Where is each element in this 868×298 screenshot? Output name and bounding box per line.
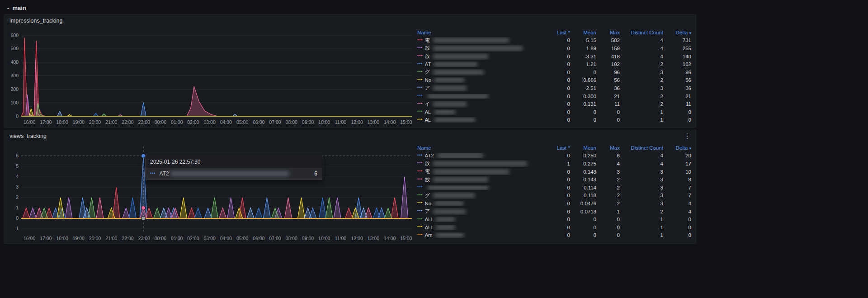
legend-value: 582 [596, 38, 620, 43]
redacted-text [437, 153, 483, 158]
series-name-text: イ [425, 101, 430, 108]
panel-title-views[interactable]: views_tracking [4, 130, 696, 142]
series-name-text: 電 [425, 37, 430, 44]
legend-series-name[interactable]: •••グ [417, 192, 546, 199]
legend-value: 0.114 [570, 185, 596, 190]
legend-column-header[interactable]: Max [596, 145, 620, 151]
x-tick-label: 21:00 [105, 236, 117, 241]
dashboard-row-main[interactable]: ⌄ main [6, 3, 26, 12]
legend-column-header[interactable]: Delta▾ [663, 30, 691, 35]
series-color-dots: ••• [417, 70, 423, 74]
y-tick-label: 1 [16, 205, 19, 210]
panel-menu-icon[interactable]: ⋮ [682, 132, 693, 140]
legend-column-header[interactable]: Delta▾ [663, 145, 691, 151]
legend-value: 418 [596, 54, 620, 59]
legend-value: 731 [663, 38, 691, 43]
legend-value: 0 [546, 101, 570, 107]
legend-series-name[interactable]: •••ALI [417, 217, 546, 222]
x-tick-label: 18:00 [56, 236, 68, 241]
series-color-dots: ••• [417, 193, 423, 197]
redacted-text [433, 193, 475, 198]
legend-series-name[interactable]: •••電 [417, 168, 546, 175]
legend-series-name[interactable]: •••グ [417, 69, 546, 76]
legend-series-name[interactable]: •••No [417, 201, 546, 206]
legend-value: 0 [546, 209, 570, 214]
tooltip-timestamp: 2025-01-26 22:57:30 [146, 155, 322, 168]
legend-series-name[interactable]: ••• [417, 94, 546, 99]
series-name-text: No [425, 201, 431, 206]
redacted-text [433, 70, 484, 75]
redacted-text [434, 110, 455, 114]
legend-column-header[interactable]: Name [417, 30, 546, 35]
legend-series-name[interactable]: •••AL [417, 117, 546, 123]
legend-series-name[interactable]: •••ア [417, 85, 546, 91]
series-area [21, 103, 412, 116]
legend-series-name[interactable]: •••AT [417, 61, 546, 67]
legend-column-header[interactable]: Distinct Count [620, 145, 663, 151]
legend-column-header[interactable]: Last * [546, 30, 570, 35]
x-tick-label: 18:00 [56, 119, 68, 125]
series-area [21, 103, 412, 116]
series-area [21, 111, 412, 116]
legend-value: 2 [596, 185, 620, 190]
legend-series-name[interactable]: •••AL [417, 109, 546, 115]
legend-value: 1 [596, 209, 620, 214]
crosshair-point [142, 206, 146, 210]
legend-value: 2 [596, 193, 620, 198]
legend-series-name[interactable]: •••イ [417, 101, 546, 108]
redacted-text [436, 217, 455, 222]
legend-series-name[interactable]: •••ア [417, 208, 546, 215]
panel-title-impressions[interactable]: impressions_tracking [4, 15, 696, 27]
legend-column-header[interactable]: Last * [546, 145, 570, 151]
legend-value: 6 [596, 153, 620, 158]
legend-column-header[interactable]: Mean [570, 145, 596, 151]
legend-series-name[interactable]: •••放 [417, 176, 546, 183]
legend-series-name[interactable]: •••AT2 [417, 153, 546, 158]
legend-series-name[interactable]: •••電 [417, 37, 546, 44]
series-color-dots: ••• [417, 169, 423, 173]
legend-header-row: NameLast *MeanMaxDistinct CountDelta▾ [417, 144, 691, 152]
legend-value: 0 [546, 54, 570, 59]
y-tick-label: 600 [10, 33, 19, 38]
legend-row: •••放0-3.314184140 [417, 52, 691, 61]
legend-value: 0 [663, 232, 691, 238]
series-name-text: 放 [425, 45, 430, 52]
legend-series-name[interactable]: •••放 [417, 45, 546, 52]
legend-value: 0 [546, 185, 570, 190]
legend-value: 0 [546, 46, 570, 51]
x-tick-label: 06:00 [253, 236, 264, 241]
legend-value: 102 [596, 61, 620, 67]
legend-value: 0 [570, 70, 596, 75]
legend-series-name[interactable]: •••放 [417, 160, 546, 167]
legend-series-name[interactable]: •••No [417, 77, 546, 83]
timeseries-chart-impressions[interactable]: 010020030040050060016:0017:0018:0019:002… [4, 27, 415, 127]
legend-value: 0 [546, 177, 570, 182]
redacted-text [433, 177, 488, 182]
legend-value: 0 [546, 77, 570, 83]
legend-column-header[interactable]: Distinct Count [620, 30, 663, 35]
series-color-dots: ••• [417, 94, 423, 98]
legend-value: 4 [596, 161, 620, 166]
legend-column-header[interactable]: Mean [570, 30, 596, 35]
tooltip-series-name: AT2 [159, 170, 288, 177]
legend-series-name[interactable]: •••放 [417, 53, 546, 60]
legend-value: 2 [620, 209, 663, 214]
legend-series-name[interactable]: •••ALI [417, 225, 546, 230]
legend-column-header[interactable]: Max [596, 30, 620, 35]
legend-value: 0 [546, 61, 570, 67]
legend-series-name[interactable]: •••Am [417, 232, 546, 238]
series-name-text: 放 [425, 53, 430, 60]
legend-column-header[interactable]: Name [417, 145, 546, 151]
series-name-text: AL [425, 109, 431, 115]
y-tick-label: -1 [14, 226, 19, 231]
legend-value: 4 [620, 153, 663, 158]
legend-value: 0.0713 [570, 209, 596, 214]
legend-value: 1.89 [570, 46, 596, 51]
legend-series-name[interactable]: ••• [417, 185, 546, 190]
legend-value: 4 [663, 201, 691, 206]
panel-body: 010020030040050060016:0017:0018:0019:002… [4, 27, 696, 126]
legend-value: 36 [596, 85, 620, 91]
x-tick-label: 16:00 [24, 119, 35, 125]
series-line [21, 109, 412, 116]
legend-value: 159 [596, 46, 620, 51]
